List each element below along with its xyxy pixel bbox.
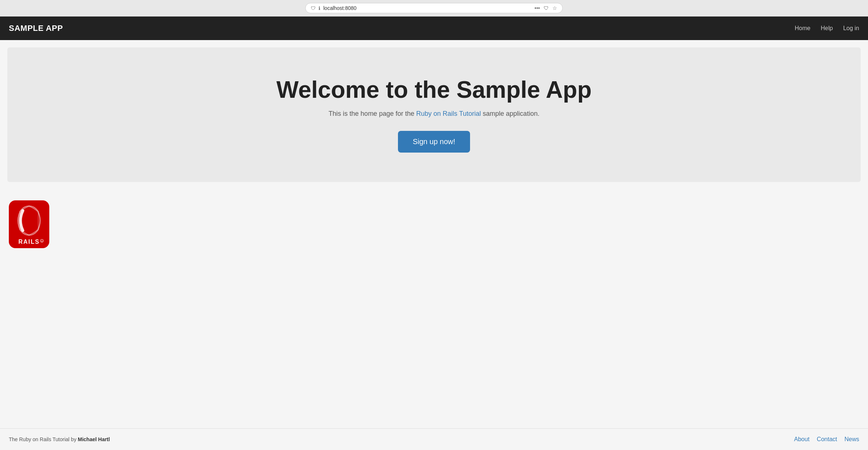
svg-text:RAILS: RAILS [18,239,40,245]
shield-icon[interactable]: 🛡 [544,5,549,11]
more-icon[interactable]: ••• [534,5,540,11]
browser-chrome: 🛡 ℹ localhost:8080 ••• 🛡 ☆ [0,0,868,17]
footer: The Ruby on Rails Tutorial by Michael Ha… [0,428,868,450]
hero-subtitle: This is the home page for the Ruby on Ra… [15,110,853,118]
navbar-nav: Home Help Log in [795,25,859,32]
nav-login[interactable]: Log in [843,25,859,31]
rails-tutorial-link[interactable]: Ruby on Rails Tutorial [416,110,481,117]
navbar: SAMPLE APP Home Help Log in [0,17,868,40]
rails-logo: RAILS R [9,200,49,248]
nav-help[interactable]: Help [821,25,833,31]
footer-contact[interactable]: Contact [817,436,837,442]
hero-subtitle-after: sample application. [481,110,540,117]
hero-title: Welcome to the Sample App [15,77,853,103]
hero-subtitle-before: This is the home page for the [328,110,416,117]
security-icon: 🛡 [311,6,316,11]
footer-news[interactable]: News [844,436,859,442]
svg-text:R: R [41,240,43,242]
signup-button[interactable]: Sign up now! [398,131,470,153]
navbar-brand[interactable]: SAMPLE APP [9,24,63,33]
footer-text-before: The Ruby on Rails Tutorial by [9,436,78,442]
footer-nav: About Contact News [794,436,859,443]
url-text[interactable]: localhost:8080 [323,5,531,11]
info-icon: ℹ [319,6,320,11]
footer-author: Michael Hartl [78,436,110,442]
hero-section: Welcome to the Sample App This is the ho… [7,47,861,182]
browser-actions: ••• 🛡 ☆ [534,5,557,11]
address-bar[interactable]: 🛡 ℹ localhost:8080 ••• 🛡 ☆ [305,3,563,13]
star-icon[interactable]: ☆ [552,5,557,11]
content-area: RAILS R [0,189,868,428]
nav-home[interactable]: Home [795,25,811,31]
footer-about[interactable]: About [794,436,810,442]
footer-text: The Ruby on Rails Tutorial by Michael Ha… [9,436,110,442]
